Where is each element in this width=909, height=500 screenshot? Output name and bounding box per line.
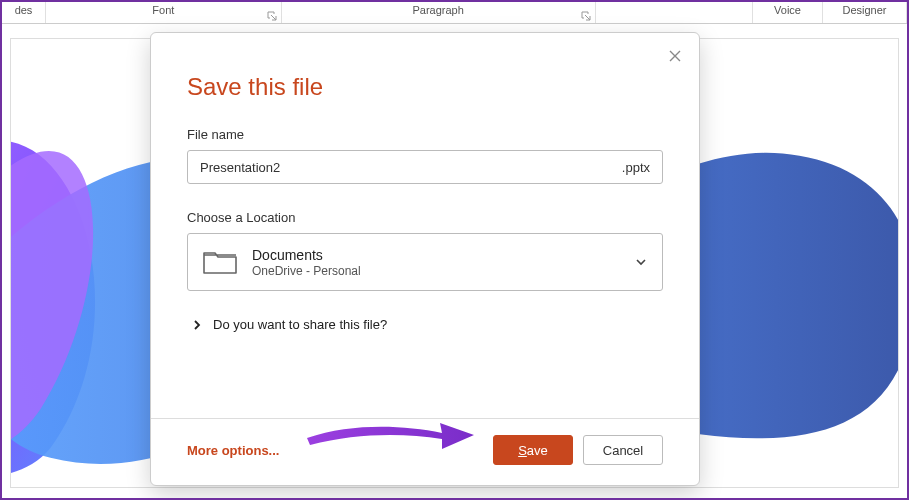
save-button[interactable]: Save [493,435,573,465]
save-accelerator: S [518,443,527,458]
dialog-footer: More options... Save Cancel [151,418,699,485]
file-name-label: File name [187,127,663,142]
location-dropdown[interactable]: Documents OneDrive - Personal [187,233,663,291]
save-label-rest: ave [527,443,548,458]
more-options-link[interactable]: More options... [187,443,279,458]
close-button[interactable] [661,43,689,71]
location-label: Choose a Location [187,210,663,225]
share-question-label: Do you want to share this file? [213,317,387,332]
share-expander[interactable]: Do you want to share this file? [191,317,663,332]
close-icon [668,47,682,68]
save-file-dialog: Save this file File name .pptx Choose a … [150,32,700,486]
dialog-backdrop: Save this file File name .pptx Choose a … [2,2,907,498]
dialog-title: Save this file [187,73,663,101]
chevron-down-icon [634,255,648,269]
folder-icon [202,247,238,277]
cancel-button[interactable]: Cancel [583,435,663,465]
file-name-row[interactable]: .pptx [187,150,663,184]
location-name: Documents [252,247,634,263]
location-path: OneDrive - Personal [252,264,634,278]
file-name-input[interactable] [200,160,622,175]
file-extension: .pptx [622,160,650,175]
chevron-right-icon [191,319,203,331]
